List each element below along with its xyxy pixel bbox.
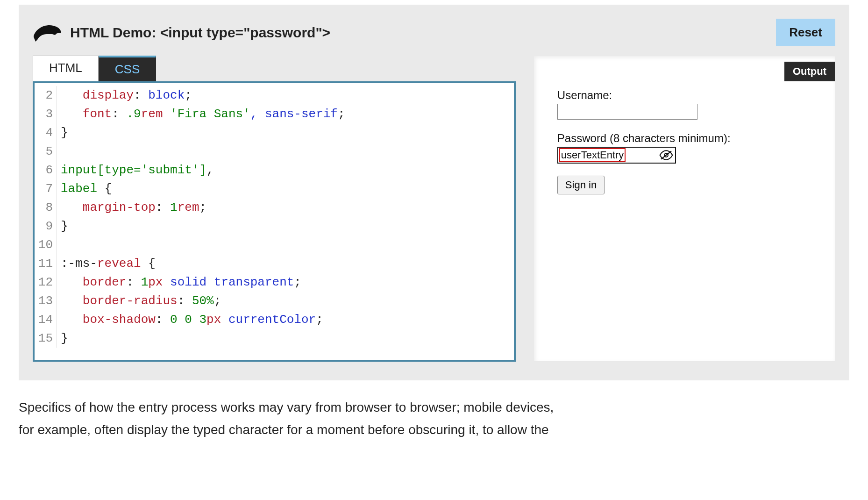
line-number: 13	[35, 292, 57, 310]
password-value-highlight: userTextEntry	[559, 148, 626, 162]
line-number: 2	[35, 86, 57, 105]
line-number: 5	[35, 142, 57, 161]
line-number: 7	[35, 179, 57, 198]
line-number: 9	[35, 217, 57, 236]
editor-side: HTML CSS 2 display: block; 3 font: .9rem…	[33, 56, 516, 362]
password-input[interactable]: userTextEntry	[557, 147, 676, 164]
line-number: 12	[35, 273, 57, 292]
line-number: 15	[35, 329, 57, 348]
submit-row: Sign in	[557, 176, 811, 194]
demo-header-left: HTML Demo: <input type="password">	[33, 23, 330, 43]
line-number: 8	[35, 198, 57, 217]
password-label: Password (8 characters minimum):	[557, 132, 811, 145]
line-number: 4	[35, 123, 57, 142]
body-paragraph: Specifics of how the entry process works…	[19, 396, 849, 441]
editor-tabs: HTML CSS	[33, 56, 516, 81]
signin-button[interactable]: Sign in	[557, 176, 605, 194]
username-label: Username:	[557, 89, 811, 102]
tab-html[interactable]: HTML	[33, 56, 99, 81]
demo-block: HTML Demo: <input type="password"> Reset…	[19, 5, 849, 380]
tab-css[interactable]: CSS	[99, 56, 156, 81]
password-row: Password (8 characters minimum): userTex…	[557, 132, 811, 164]
reset-button[interactable]: Reset	[776, 19, 835, 46]
demo-title: HTML Demo: <input type="password">	[70, 25, 330, 41]
demo-header: HTML Demo: <input type="password"> Reset	[33, 19, 835, 46]
line-number: 14	[35, 310, 57, 329]
line-number: 10	[35, 236, 57, 254]
line-number: 6	[35, 161, 57, 179]
password-reveal-icon[interactable]	[658, 149, 674, 161]
body-line: for example, often display the typed cha…	[19, 419, 849, 441]
dino-icon	[33, 23, 63, 43]
line-number: 3	[35, 105, 57, 123]
code-editor[interactable]: 2 display: block; 3 font: .9rem 'Fira Sa…	[33, 81, 516, 362]
username-input[interactable]	[557, 104, 697, 120]
body-line: Specifics of how the entry process works…	[19, 396, 849, 419]
output-panel: Output Username: Password (8 characters …	[534, 56, 835, 362]
output-badge: Output	[784, 62, 835, 81]
output-side: Output Username: Password (8 characters …	[534, 56, 835, 362]
line-number: 11	[35, 254, 57, 273]
username-row: Username:	[557, 89, 811, 120]
demo-body: HTML CSS 2 display: block; 3 font: .9rem…	[33, 56, 835, 362]
